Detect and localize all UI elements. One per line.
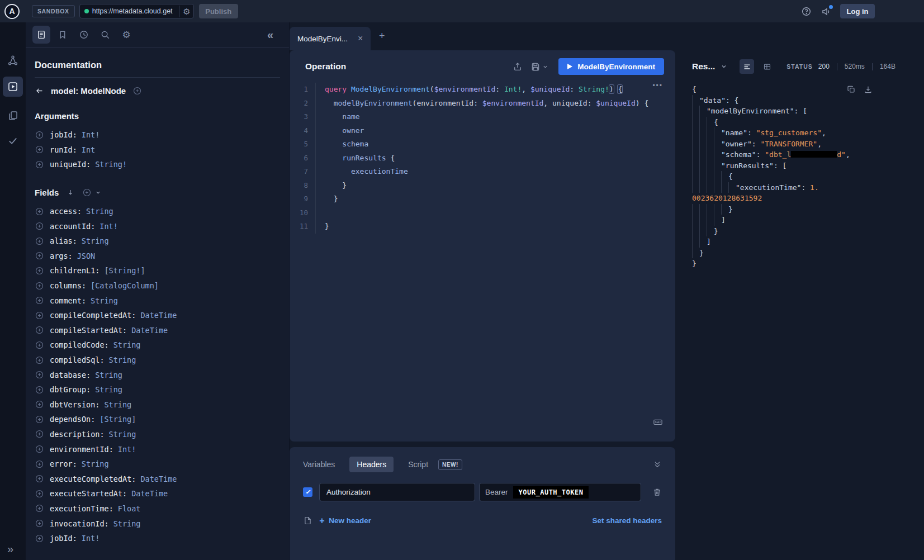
field-item[interactable]: alias:String — [35, 234, 280, 249]
add-to-query-icon[interactable] — [35, 325, 44, 335]
tab-headers[interactable]: Headers — [349, 457, 394, 472]
code-line[interactable]: 2 modelByEnvironment(environmentId: $env… — [290, 97, 675, 111]
nav-schema-icon[interactable] — [3, 50, 23, 70]
add-to-query-icon[interactable] — [35, 474, 44, 483]
save-dropdown-chevron-icon[interactable] — [542, 64, 548, 70]
query-editor[interactable]: 1query ModelByEnvironment($environmentId… — [290, 83, 675, 234]
help-icon[interactable] — [801, 6, 812, 17]
expand-rail-icon[interactable]: » — [7, 543, 13, 554]
add-to-query-icon[interactable] — [35, 504, 44, 513]
set-shared-headers-link[interactable]: Set shared headers — [592, 516, 662, 525]
close-tab-icon[interactable]: × — [358, 34, 363, 43]
field-item[interactable]: invocationId:String — [35, 516, 280, 531]
field-item[interactable]: accountId:Int! — [35, 219, 280, 234]
code-line[interactable]: 10 — [290, 206, 675, 220]
code-line[interactable]: 11} — [290, 220, 675, 234]
field-item[interactable]: dbtGroup:String — [35, 382, 280, 397]
endpoint-url-input[interactable]: https://metadata.cloud.get ⚙ — [79, 4, 194, 18]
field-item[interactable]: compileCompletedAt:DateTime — [35, 308, 280, 323]
add-to-query-icon[interactable] — [35, 145, 44, 154]
add-to-query-icon[interactable] — [35, 207, 44, 216]
add-to-query-icon[interactable] — [35, 281, 44, 291]
add-to-query-icon[interactable] — [35, 385, 44, 395]
code-line[interactable]: 4 owner — [290, 124, 675, 138]
field-item[interactable]: compileStartedAt:DateTime — [35, 323, 280, 338]
announcements-icon[interactable] — [821, 6, 831, 17]
field-item[interactable]: args:JSON — [35, 249, 280, 264]
login-button[interactable]: Log in — [840, 4, 875, 18]
response-chevron-icon[interactable] — [721, 63, 727, 70]
code-line[interactable]: 8 } — [290, 179, 675, 193]
keyboard-shortcuts-icon[interactable] — [652, 417, 664, 427]
add-to-query-icon[interactable] — [35, 519, 44, 528]
code-line[interactable]: 6 runResults { — [290, 151, 675, 165]
add-to-query-icon[interactable] — [35, 236, 44, 246]
operation-tab[interactable]: ModelByEnvi... × — [290, 27, 371, 50]
back-arrow-icon[interactable] — [35, 86, 44, 96]
add-to-query-icon[interactable] — [35, 266, 44, 276]
collapse-request-panel-icon[interactable] — [653, 460, 662, 469]
add-to-query-icon[interactable] — [35, 444, 44, 454]
new-tab-button[interactable]: + — [379, 31, 385, 41]
publish-button[interactable]: Publish — [199, 4, 238, 18]
field-item[interactable]: compiledSql:String — [35, 353, 280, 368]
docs-settings-gear-icon[interactable]: ⚙ — [117, 26, 135, 44]
header-presets-icon[interactable] — [303, 516, 312, 525]
argument-item[interactable]: jobId:Int! — [35, 127, 280, 143]
field-item[interactable]: dependsOn:[String] — [35, 412, 280, 427]
field-item[interactable]: environmentId:Int! — [35, 442, 280, 457]
add-to-query-icon[interactable] — [35, 534, 44, 543]
argument-item[interactable]: uniqueId:String! — [35, 157, 280, 172]
header-key-input[interactable] — [319, 483, 475, 501]
add-to-query-icon[interactable] — [35, 489, 44, 499]
new-header-button[interactable]: + New header — [319, 516, 371, 525]
collapse-docs-panel-icon[interactable]: « — [267, 29, 273, 41]
code-line[interactable]: 5 schema — [290, 137, 675, 151]
field-item[interactable]: executionTime:Float — [35, 501, 280, 516]
add-to-query-icon[interactable] — [35, 221, 44, 231]
nav-checklist-icon[interactable] — [3, 131, 23, 151]
delete-header-icon[interactable] — [652, 487, 662, 497]
code-line[interactable]: 1query ModelByEnvironment($environmentId… — [290, 83, 675, 97]
add-fields-chevron-icon[interactable] — [95, 189, 101, 196]
documentation-tab-icon[interactable] — [32, 26, 50, 44]
add-to-query-icon[interactable] — [35, 355, 44, 365]
add-to-query-icon[interactable] — [35, 296, 44, 305]
add-to-query-icon[interactable] — [35, 311, 44, 320]
copy-response-icon[interactable] — [847, 85, 856, 94]
field-item[interactable]: database:String — [35, 367, 280, 382]
code-line[interactable]: 7 executionTime — [290, 165, 675, 179]
bookmarks-icon[interactable] — [54, 26, 72, 44]
apollo-logo[interactable]: A — [4, 4, 20, 19]
nav-collections-icon[interactable] — [3, 106, 23, 126]
add-to-query-icon[interactable] — [35, 415, 44, 424]
sort-fields-icon[interactable] — [67, 188, 74, 196]
add-fields-icon[interactable] — [82, 188, 92, 197]
code-line[interactable]: 3 name — [290, 110, 675, 124]
header-value-input[interactable]: Bearer YOUR_AUTH_TOKEN — [479, 483, 641, 501]
add-to-query-icon[interactable] — [35, 160, 44, 169]
code-line[interactable]: 9 } — [290, 192, 675, 206]
save-operation-button[interactable] — [530, 61, 548, 72]
share-operation-icon[interactable] — [513, 61, 523, 72]
field-item[interactable]: executeStartedAt:DateTime — [35, 486, 280, 501]
argument-item[interactable]: runId:Int — [35, 143, 280, 158]
editor-menu-icon[interactable]: ••• — [652, 82, 663, 89]
field-item[interactable]: compiledCode:String — [35, 338, 280, 353]
field-item[interactable]: description:String — [35, 427, 280, 442]
formatted-view-icon[interactable] — [740, 59, 754, 74]
header-enabled-checkbox[interactable]: ✓ — [303, 487, 312, 497]
field-item[interactable]: executeCompletedAt:DateTime — [35, 471, 280, 486]
table-view-icon[interactable] — [760, 59, 774, 74]
add-to-query-icon[interactable] — [35, 400, 44, 409]
add-to-query-icon[interactable] — [35, 429, 44, 439]
field-item[interactable]: childrenL1:[String!] — [35, 263, 280, 278]
field-item[interactable]: comment:String — [35, 293, 280, 308]
download-response-icon[interactable] — [864, 85, 873, 94]
add-to-query-icon[interactable] — [35, 251, 44, 260]
field-item[interactable]: dbtVersion:String — [35, 397, 280, 412]
search-icon[interactable] — [96, 26, 114, 44]
add-to-query-icon[interactable] — [35, 459, 44, 469]
field-item[interactable]: error:String — [35, 457, 280, 472]
add-type-to-query-icon[interactable] — [132, 86, 142, 96]
